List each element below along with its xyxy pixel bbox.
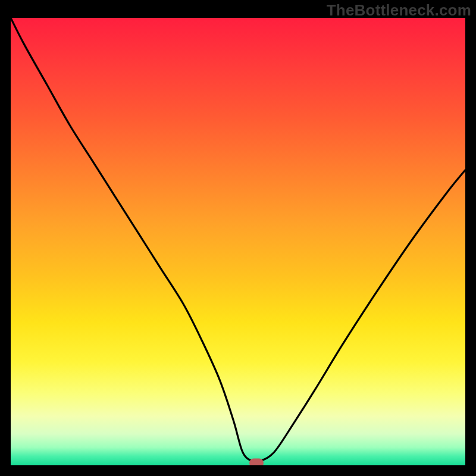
- bottleneck-curve: [11, 18, 465, 465]
- chart-frame: TheBottleneck.com: [0, 0, 476, 476]
- optimal-marker: [249, 459, 264, 465]
- plot-area: [11, 18, 465, 465]
- attribution-label: TheBottleneck.com: [327, 1, 471, 20]
